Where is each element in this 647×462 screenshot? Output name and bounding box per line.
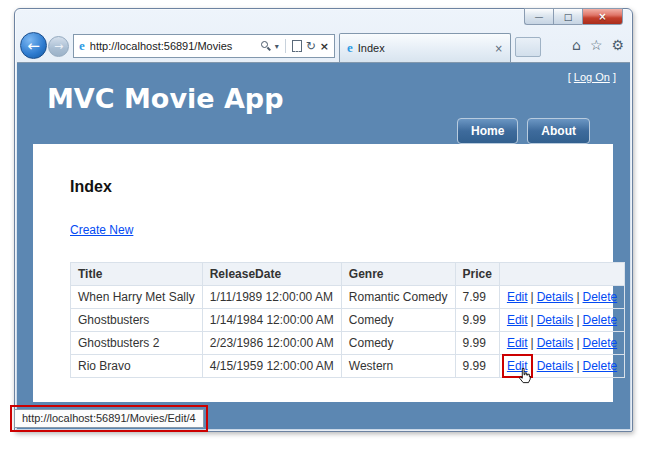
browser-toolbar-icons: ⌂ ☆ ⚙: [572, 37, 624, 53]
compatibility-view-icon[interactable]: [292, 40, 302, 52]
col-title: Title: [71, 263, 203, 286]
logon-bracket-close: ]: [613, 71, 616, 83]
tab-favicon: e: [347, 40, 353, 56]
table-row: When Harry Met Sally 1/11/1989 12:00:00 …: [71, 286, 625, 309]
close-button[interactable]: ×: [582, 8, 623, 25]
cell-title: When Harry Met Sally: [71, 286, 203, 309]
favorites-star-icon[interactable]: ☆: [590, 37, 603, 53]
link-separator: |: [576, 290, 579, 304]
link-separator: |: [531, 313, 534, 327]
col-genre: Genre: [341, 263, 455, 286]
cell-actions: Edit |Details|Delete: [499, 355, 624, 378]
tab-index[interactable]: e Index ×: [339, 33, 511, 62]
cell-genre: Western: [341, 355, 455, 378]
details-link[interactable]: Details: [537, 290, 574, 304]
cell-price: 9.99: [455, 309, 499, 332]
cell-genre: Romantic Comedy: [341, 286, 455, 309]
col-release-date: ReleaseDate: [202, 263, 341, 286]
minimize-button[interactable]: —: [524, 8, 553, 25]
tools-gear-icon[interactable]: ⚙: [611, 37, 624, 53]
details-link[interactable]: Details: [537, 359, 574, 373]
back-button[interactable]: ←: [20, 32, 47, 59]
page-viewport: [ Log On ] MVC Movie App Home About Inde…: [17, 62, 630, 429]
logon-area: [ Log On ]: [568, 71, 616, 83]
tab-close-icon[interactable]: ×: [495, 43, 503, 54]
logon-link[interactable]: Log On: [574, 71, 610, 83]
delete-link[interactable]: Delete: [583, 336, 618, 350]
menu-about-button[interactable]: About: [527, 118, 590, 144]
delete-link[interactable]: Delete: [583, 359, 618, 373]
cell-actions: Edit|Details|Delete: [499, 309, 624, 332]
window-title-bar[interactable]: — □ ×: [15, 9, 632, 30]
delete-link[interactable]: Delete: [583, 313, 618, 327]
cell-actions: Edit|Details|Delete: [499, 332, 624, 355]
address-divider: [285, 39, 286, 53]
cell-title: Ghostbusters: [71, 309, 203, 332]
status-url-tooltip: http://localhost:56891/Movies/Edit/4: [14, 409, 204, 428]
link-separator: |: [531, 336, 534, 350]
cell-price: 7.99: [455, 286, 499, 309]
edit-link[interactable]: Edit: [507, 290, 528, 304]
refresh-icon[interactable]: ↻: [306, 39, 316, 53]
cell-actions: Edit|Details|Delete: [499, 286, 624, 309]
cell-price: 9.99: [455, 332, 499, 355]
forward-arrow-icon: →: [54, 40, 63, 53]
ie-favicon: e: [79, 38, 85, 54]
home-icon[interactable]: ⌂: [572, 37, 581, 53]
search-icon[interactable]: [260, 40, 271, 52]
address-bar-icons: ▾ ↻ ×: [260, 39, 329, 53]
cell-release-date: 1/11/1989 12:00:00 AM: [202, 286, 341, 309]
app-title: MVC Movie App: [47, 83, 284, 114]
back-arrow-icon: ←: [27, 37, 40, 55]
address-bar[interactable]: e http://localhost:56891/Movies ▾ ↻ ×: [73, 34, 335, 58]
stop-icon[interactable]: ×: [320, 40, 329, 53]
movies-table: Title ReleaseDate Genre Price When Harry…: [70, 262, 625, 378]
status-highlight-box: http://localhost:56891/Movies/Edit/4: [10, 405, 208, 432]
table-row: Ghostbusters 1/14/1984 12:00:00 AM Comed…: [71, 309, 625, 332]
link-separator: |: [531, 290, 534, 304]
logon-bracket-open: [: [568, 71, 571, 83]
details-link[interactable]: Details: [537, 313, 574, 327]
cell-price: 9.99: [455, 355, 499, 378]
create-new-link[interactable]: Create New: [70, 223, 133, 237]
content-area: Index Create New Title ReleaseDate Genre…: [33, 144, 613, 402]
menu-home-button[interactable]: Home: [457, 118, 518, 144]
link-separator: |: [576, 313, 579, 327]
col-actions: [499, 263, 624, 286]
browser-nav-bar: ← → e http://localhost:56891/Movies ▾ ↻ …: [15, 30, 632, 62]
cell-release-date: 1/14/1984 12:00:00 AM: [202, 309, 341, 332]
cell-title: Rio Bravo: [71, 355, 203, 378]
address-url[interactable]: http://localhost:56891/Movies: [90, 40, 260, 52]
page-heading: Index: [70, 178, 585, 196]
forward-button[interactable]: →: [48, 36, 69, 57]
edit-link[interactable]: Edit: [507, 313, 528, 327]
col-price: Price: [455, 263, 499, 286]
table-row: Rio Bravo 4/15/1959 12:00:00 AM Western …: [71, 355, 625, 378]
maximize-button[interactable]: □: [553, 8, 582, 25]
search-dropdown-icon[interactable]: ▾: [275, 42, 279, 51]
link-separator: |: [576, 359, 579, 373]
maximize-icon: □: [564, 12, 573, 22]
cell-release-date: 2/23/1986 12:00:00 AM: [202, 332, 341, 355]
table-header-row: Title ReleaseDate Genre Price: [71, 263, 625, 286]
table-row: Ghostbusters 2 2/23/1986 12:00:00 AM Com…: [71, 332, 625, 355]
cell-release-date: 4/15/1959 12:00:00 AM: [202, 355, 341, 378]
tab-title: Index: [358, 42, 385, 54]
cell-title: Ghostbusters 2: [71, 332, 203, 355]
highlighted-edit-area: Edit: [507, 359, 528, 373]
new-tab-button[interactable]: [515, 37, 541, 57]
minimize-icon: —: [535, 12, 544, 22]
details-link[interactable]: Details: [537, 336, 574, 350]
browser-window: — □ × ← → e http://localhost:56891/Movie…: [14, 8, 633, 432]
cell-genre: Comedy: [341, 309, 455, 332]
close-icon: ×: [598, 11, 606, 22]
edit-link[interactable]: Edit: [507, 336, 528, 350]
link-separator: |: [576, 336, 579, 350]
delete-link[interactable]: Delete: [583, 290, 618, 304]
main-menu: Home About: [457, 118, 590, 144]
window-controls: — □ ×: [524, 8, 623, 25]
cell-genre: Comedy: [341, 332, 455, 355]
hand-cursor-icon: [517, 367, 532, 388]
